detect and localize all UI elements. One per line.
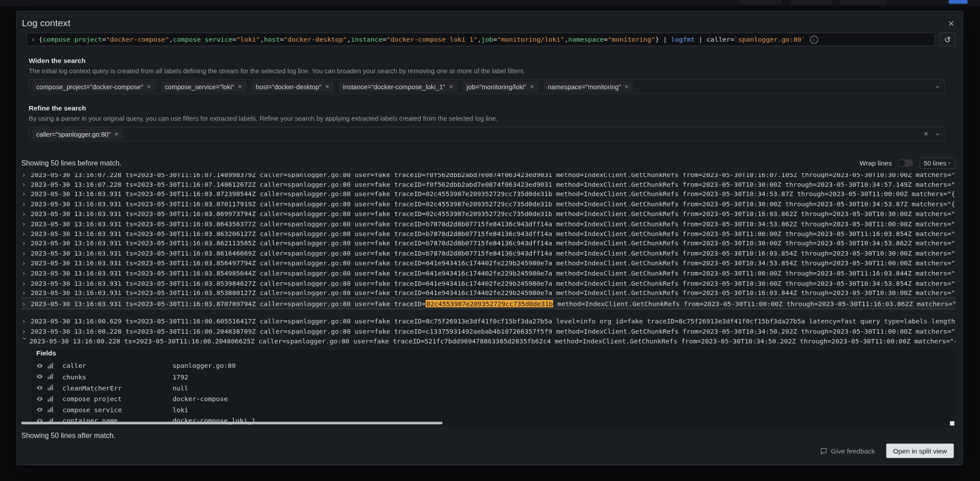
expand-row-icon[interactable]: › (21, 300, 31, 308)
label-filter-pill[interactable]: host="docker-desktop"× (251, 81, 333, 92)
label-filter-pill[interactable]: instance="docker-compose_loki_1"× (339, 81, 458, 92)
remove-filter-icon[interactable]: × (238, 83, 242, 90)
log-line[interactable]: ›2023-05-30 13:16:07.228 ts=2023-05-30T1… (21, 173, 956, 179)
expand-row-icon[interactable]: › (21, 190, 31, 198)
chevron-down-icon[interactable]: › (934, 86, 943, 88)
field-stats-icon[interactable] (47, 363, 54, 369)
field-value: spanlogger.go:80 (173, 362, 236, 370)
remove-filter-icon[interactable]: × (624, 83, 628, 90)
field-value: null (173, 384, 189, 391)
query-token: logfmt (671, 35, 695, 43)
log-line[interactable]: ›2023-05-30 13:16:03.931 ts=2023-05-30T1… (21, 248, 956, 258)
label-filter-pill[interactable]: namespace="monitoring"× (543, 81, 633, 92)
field-stats-icon[interactable] (47, 406, 54, 413)
expand-row-icon[interactable]: › (21, 200, 31, 208)
matched-log-line[interactable]: ›2023-05-30 13:16:03.931 ts=2023-05-30T1… (21, 298, 956, 309)
log-line[interactable]: ›2023-05-30 13:16:00.228 ts=2023-05-30T1… (21, 336, 956, 346)
expand-row-icon[interactable]: › (21, 327, 31, 335)
chevron-down-icon[interactable]: › (934, 133, 943, 136)
horizontal-scrollbar[interactable] (21, 422, 443, 425)
log-line[interactable]: ›2023-05-30 13:16:03.931 ts=2023-05-30T1… (21, 238, 956, 248)
query-token: "docker-compose_loki_1" (387, 35, 478, 43)
log-line-text: 2023-05-30 13:16:03.931 ts=2023-05-30T11… (31, 210, 956, 217)
log-line[interactable]: ›2023-05-30 13:16:00.228 ts=2023-05-30T1… (21, 326, 956, 336)
expand-row-icon[interactable]: › (21, 181, 31, 188)
widen-pill-wrap: compose_project="docker-compose"×compose… (32, 81, 633, 92)
log-line-text: 2023-05-30 13:16:03.931 ts=2023-05-30T11… (31, 230, 956, 237)
collapse-row-icon[interactable]: › (22, 337, 29, 345)
revert-query-icon[interactable]: ↺ (939, 32, 956, 46)
query-token: | (659, 35, 671, 43)
remove-filter-icon[interactable]: × (147, 83, 151, 90)
lines-count-select[interactable]: 50 lines › (919, 158, 956, 169)
field-key: compose_project (63, 395, 169, 402)
log-line-text: 2023-05-30 13:16:03.931 ts=2023-05-30T11… (31, 269, 956, 277)
log-context-query-bar[interactable]: › {compose_project="docker-compose",comp… (26, 32, 935, 46)
expand-row-icon[interactable]: › (21, 173, 31, 178)
background-toolbar-button (840, 0, 886, 4)
widen-filters-select[interactable]: compose_project="docker-compose"×compose… (29, 79, 945, 94)
expand-row-icon[interactable]: › (21, 259, 31, 267)
field-stats-icon[interactable] (47, 373, 54, 380)
refine-search-description: By using a parser in your original query… (29, 114, 945, 122)
give-feedback-link[interactable]: Give feedback (820, 447, 875, 455)
eye-icon[interactable] (36, 384, 43, 391)
log-details-panel: Fields callerspanlogger.go:80chunks1792c… (31, 349, 956, 426)
log-line[interactable]: ›2023-05-30 13:16:03.931 ts=2023-05-30T1… (21, 209, 956, 219)
remove-filter-icon[interactable]: × (115, 130, 119, 137)
query-token: = (280, 35, 284, 43)
filter-pill-label: caller="spanlogger.go:80" (36, 130, 111, 138)
clear-all-icon[interactable]: × (924, 129, 928, 138)
query-token: "docker-compose" (106, 35, 169, 43)
expand-row-icon[interactable]: › (21, 220, 31, 227)
log-line-text: 2023-05-30 13:16:07.228 ts=2023-05-30T11… (31, 181, 956, 188)
eye-icon[interactable] (36, 395, 43, 402)
label-filter-pill[interactable]: caller="spanlogger.go:80"× (32, 129, 123, 139)
wrap-lines-toggle[interactable] (898, 159, 913, 167)
refine-pill-wrap: caller="spanlogger.go:80"× (32, 129, 123, 139)
remove-filter-icon[interactable]: × (449, 83, 453, 90)
field-stats-icon[interactable] (47, 384, 54, 391)
log-line[interactable]: ›2023-05-30 13:16:03.931 ts=2023-05-30T1… (21, 219, 956, 229)
remove-filter-icon[interactable]: × (325, 83, 329, 90)
log-line-text: 2023-05-30 13:16:03.931 ts=2023-05-30T11… (31, 240, 956, 247)
log-line[interactable]: ›2023-05-30 13:16:03.931 ts=2023-05-30T1… (21, 199, 956, 209)
remove-filter-icon[interactable]: × (530, 83, 534, 90)
eye-icon[interactable] (36, 363, 43, 369)
log-line[interactable]: ›2023-05-30 13:16:03.931 ts=2023-05-30T1… (21, 189, 956, 199)
modal-footer: Give feedback Open in split view (820, 444, 954, 458)
field-key: cleanMatcherErr (63, 384, 169, 391)
log-line[interactable]: ›2023-05-30 13:16:03.931 ts=2023-05-30T1… (21, 278, 956, 288)
log-line[interactable]: ›2023-05-30 13:16:03.931 ts=2023-05-30T1… (21, 229, 956, 238)
field-stats-icon[interactable] (47, 395, 54, 402)
expand-row-icon[interactable]: › (21, 317, 31, 325)
log-line[interactable]: ›2023-05-30 13:16:07.228 ts=2023-05-30T1… (21, 179, 956, 189)
eye-icon[interactable] (36, 373, 43, 380)
expand-row-icon[interactable]: › (21, 269, 31, 277)
expand-row-icon[interactable]: › (21, 210, 31, 217)
eye-icon[interactable] (36, 406, 43, 413)
open-split-view-button[interactable]: Open in split view (886, 444, 953, 458)
expand-row-icon[interactable]: › (21, 279, 31, 287)
filter-pill-label: compose_project="docker-compose" (36, 83, 143, 91)
expand-row-icon[interactable]: › (21, 249, 31, 257)
log-line[interactable]: ›2023-05-30 13:16:03.931 ts=2023-05-30T1… (21, 258, 956, 268)
label-filter-pill[interactable]: compose_service="loki"× (160, 81, 246, 92)
refine-filters-select[interactable]: caller="spanlogger.go:80"× × › (29, 127, 945, 141)
expand-row-icon[interactable]: › (21, 240, 31, 247)
chevron-right-icon[interactable]: › (32, 35, 35, 43)
expand-row-icon[interactable]: › (21, 230, 31, 237)
label-filter-pill[interactable]: compose_project="docker-compose"× (32, 81, 155, 92)
field-row: cleanMatcherErrnull (31, 382, 956, 393)
label-filter-pill[interactable]: job="monitoring/loki"× (462, 81, 538, 92)
expand-row-icon[interactable]: › (21, 289, 31, 296)
query-token: namespace (568, 35, 604, 43)
query-token: | (695, 35, 707, 43)
close-icon[interactable]: × (947, 17, 956, 30)
log-line[interactable]: ›2023-05-30 13:16:03.931 ts=2023-05-30T1… (21, 268, 956, 278)
log-line[interactable]: ›2023-05-30 13:16:03.931 ts=2023-05-30T1… (21, 288, 956, 298)
query-token: , (347, 35, 351, 43)
log-line[interactable]: ›2023-05-30 13:16:00.629 ts=2023-05-30T1… (21, 316, 956, 326)
field-key: compose_service (63, 406, 169, 414)
field-key: caller (63, 362, 169, 370)
